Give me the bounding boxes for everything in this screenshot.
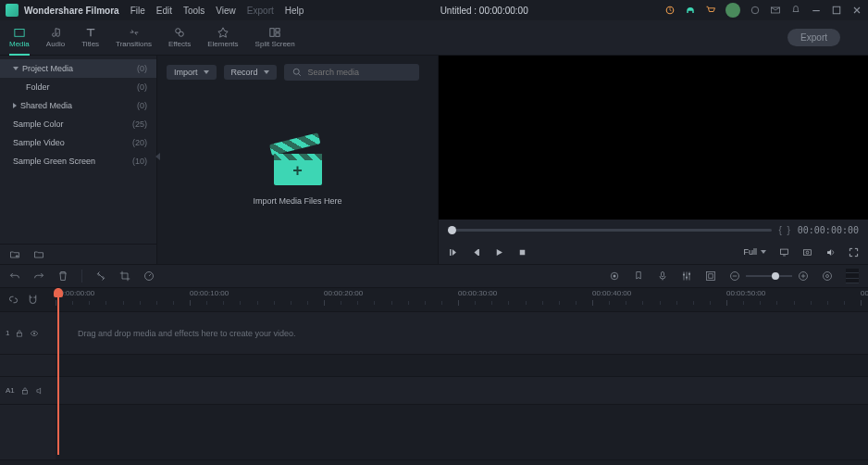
media-dropzone[interactable]: + Import Media Files Here (157, 85, 438, 264)
titlebar: Wondershare Filmora FileEditToolsViewExp… (0, 0, 868, 20)
svg-point-32 (826, 275, 829, 278)
sidebar-item-project-media[interactable]: Project Media(0) (0, 59, 156, 78)
audio-track: A1 (0, 377, 868, 405)
tab-effects[interactable]: Effects (168, 27, 191, 48)
zoom-control (729, 270, 809, 282)
render-icon[interactable] (705, 270, 716, 282)
menu-tools[interactable]: Tools (183, 6, 205, 16)
badge-icon[interactable] (664, 5, 676, 16)
fullscreen-icon[interactable] (849, 247, 859, 258)
timeline: 00:00:00:0000:00:10:0000:00:20:0000:00:3… (0, 288, 868, 460)
tab-audio[interactable]: Audio (46, 27, 65, 48)
svg-rect-27 (707, 272, 715, 281)
sidebar-item-shared-media[interactable]: Shared Media(0) (0, 96, 156, 115)
link-icon[interactable] (7, 294, 19, 306)
mixer-icon[interactable] (681, 270, 692, 282)
cart-icon[interactable] (705, 5, 716, 16)
scrub-thumb[interactable] (448, 226, 456, 234)
tab-elements[interactable]: Elements (207, 27, 238, 48)
search-input[interactable] (308, 68, 412, 77)
scrub-track[interactable] (448, 229, 772, 232)
prev-frame-icon[interactable] (448, 247, 458, 258)
sidebar-item-folder[interactable]: Folder(0) (0, 78, 156, 96)
undo-icon[interactable] (9, 270, 20, 282)
audio-track-head: A1 (0, 377, 56, 404)
magnet-icon[interactable] (27, 294, 39, 306)
playhead[interactable] (57, 288, 59, 455)
cloud-icon[interactable] (750, 5, 761, 16)
record-vo-icon[interactable] (609, 270, 620, 282)
redo-icon[interactable] (33, 270, 44, 282)
zoom-fit-icon[interactable] (822, 270, 833, 282)
mark-in-out[interactable]: { } (779, 225, 790, 235)
bell-icon[interactable] (790, 5, 801, 16)
tab-media[interactable]: Media (9, 27, 30, 48)
record-dropdown[interactable]: Record (224, 65, 277, 80)
search-box[interactable] (284, 64, 419, 81)
close-icon[interactable] (851, 5, 862, 16)
headset-icon[interactable] (685, 5, 696, 16)
sidebar-item-sample-color[interactable]: Sample Color(25) (0, 115, 156, 133)
resize-handle-icon[interactable] (155, 153, 160, 160)
crop-icon[interactable] (119, 270, 130, 282)
timeline-hint: Drag and drop media and effects here to … (78, 329, 295, 338)
playback-controls: Full (439, 240, 868, 264)
ruler-tick: 00:00:20:00 (324, 289, 363, 297)
video-track-body[interactable]: Drag and drop media and effects here to … (56, 312, 868, 354)
menu-bar: FileEditToolsViewExportHelp (130, 6, 304, 16)
volume-icon[interactable] (825, 247, 836, 258)
preview-video[interactable] (439, 56, 868, 220)
svg-rect-16 (520, 249, 526, 255)
speed-icon[interactable] (143, 270, 155, 282)
zoom-in-icon[interactable] (798, 270, 809, 282)
snapshot-icon[interactable] (802, 247, 812, 258)
sidebar-item-sample-video[interactable]: Sample Video(20) (0, 133, 156, 152)
avatar[interactable] (725, 3, 740, 18)
menu-view[interactable]: View (216, 6, 236, 16)
import-dropdown[interactable]: Import (167, 65, 217, 80)
timecode: 00:00:00:00 (798, 225, 859, 235)
stop-icon[interactable] (517, 247, 527, 258)
menu-export[interactable]: Export (247, 6, 274, 16)
export-button[interactable]: Export (787, 29, 840, 46)
svg-rect-28 (709, 274, 713, 279)
lock-icon[interactable] (15, 329, 24, 338)
maximize-icon[interactable] (831, 5, 842, 16)
time-ruler[interactable]: 00:00:00:0000:00:10:0000:00:20:0000:00:3… (56, 288, 868, 311)
ruler-tick: 00:00:40:00 (592, 289, 631, 297)
chevron-right-icon (13, 103, 17, 108)
tab-transitions[interactable]: Transitions (116, 27, 152, 48)
tab-split-screen[interactable]: Split Screen (255, 27, 295, 48)
new-folder-icon[interactable] (9, 249, 20, 260)
svg-rect-3 (812, 10, 820, 11)
minimize-icon[interactable] (811, 5, 822, 16)
title-actions (664, 3, 862, 18)
eye-icon[interactable] (30, 329, 39, 338)
menu-help[interactable]: Help (285, 6, 304, 16)
split-icon[interactable] (95, 270, 106, 282)
zoom-out-icon[interactable] (729, 270, 740, 282)
svg-point-26 (688, 273, 690, 275)
audio-track-body[interactable] (56, 377, 868, 404)
next-frame-icon[interactable] (471, 247, 481, 258)
clapperboard-icon: + (274, 145, 322, 185)
mic-icon[interactable] (657, 270, 668, 282)
svg-point-25 (686, 276, 688, 278)
quality-dropdown[interactable]: Full (743, 247, 766, 257)
marker-list-icon[interactable] (633, 270, 644, 282)
menu-file[interactable]: File (130, 6, 145, 16)
delete-icon[interactable] (57, 270, 68, 282)
zoom-slider[interactable] (746, 275, 792, 277)
track-manager-icon[interactable] (846, 269, 859, 283)
mail-icon[interactable] (770, 5, 781, 16)
menu-edit[interactable]: Edit (156, 6, 172, 16)
play-icon[interactable] (494, 247, 504, 258)
lock-icon[interactable] (20, 386, 30, 396)
mute-icon[interactable] (35, 386, 44, 396)
tab-titles[interactable]: Titles (81, 27, 99, 48)
folder-icon[interactable] (33, 249, 44, 260)
display-icon[interactable] (779, 247, 789, 258)
empty-track (0, 405, 868, 460)
sidebar-item-sample-green-screen[interactable]: Sample Green Screen(10) (0, 152, 156, 170)
video-track: 1 Drag and drop media and effects here t… (0, 312, 868, 355)
